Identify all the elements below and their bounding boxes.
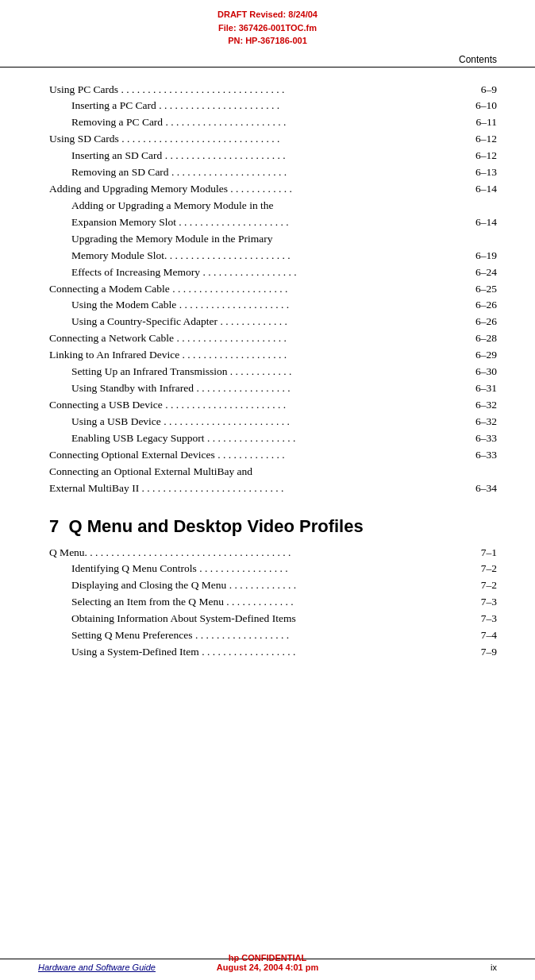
toc-row: Obtaining Information About System-Defin…	[49, 611, 497, 627]
chapter7-title: Q Menu and Desktop Video Profiles	[68, 516, 363, 536]
toc-row: Using a USB Device . . . . . . . . . . .…	[49, 414, 497, 430]
toc-row: Connecting an Optional External MultiBay…	[49, 464, 497, 480]
contents-label: Contents	[459, 54, 497, 65]
toc-row: Using PC Cards . . . . . . . . . . . . .…	[49, 82, 497, 98]
toc-row: Q Menu. . . . . . . . . . . . . . . . . …	[49, 545, 497, 561]
footer-page-number: ix	[491, 963, 497, 972]
toc-row: Inserting a PC Card . . . . . . . . . . …	[49, 98, 497, 114]
toc-row: Displaying and Closing the Q Menu . . . …	[49, 577, 497, 594]
toc-row: Using the Modem Cable . . . . . . . . . …	[49, 297, 497, 314]
toc-row: Using a Country-Specific Adapter . . . .…	[49, 314, 497, 330]
toc-row: Removing a PC Card . . . . . . . . . . .…	[49, 114, 497, 131]
toc-row: Enabling USB Legacy Support . . . . . . …	[49, 430, 497, 447]
toc-row: Inserting an SD Card . . . . . . . . . .…	[49, 148, 497, 164]
page: DRAFT Revised: 8/24/04 File: 367426-001T…	[0, 0, 535, 980]
toc-row: Connecting a Network Cable . . . . . . .…	[49, 330, 497, 347]
toc-row: Connecting a Modem Cable . . . . . . . .…	[49, 281, 497, 298]
toc-row: Removing an SD Card . . . . . . . . . . …	[49, 164, 497, 181]
toc-section-ch6: Using PC Cards . . . . . . . . . . . . .…	[49, 82, 497, 497]
toc-row: Using Standby with Infrared . . . . . . …	[49, 380, 497, 397]
header: DRAFT Revised: 8/24/04 File: 367426-001T…	[0, 0, 535, 51]
toc-row: Setting Up an Infrared Transmission . . …	[49, 364, 497, 380]
toc-row: Setting Q Menu Preferences . . . . . . .…	[49, 627, 497, 644]
toc-row: Connecting a USB Device . . . . . . . . …	[49, 397, 497, 414]
footer-confidential-line2: August 24, 2004 4:01 pm	[217, 963, 318, 972]
toc-row: Selecting an Item from the Q Menu . . . …	[49, 594, 497, 611]
toc-row: Upgrading the Memory Module in the Prima…	[49, 231, 497, 248]
toc-row: Identifying Q Menu Controls . . . . . . …	[49, 561, 497, 577]
footer-center: hp CONFIDENTIAL August 24, 2004 4:01 pm	[217, 953, 318, 972]
chapter7-number: 7	[49, 516, 59, 536]
toc-row: Using SD Cards . . . . . . . . . . . . .…	[49, 131, 497, 148]
toc-row: Linking to An Infrared Device . . . . . …	[49, 347, 497, 364]
chapter7-heading: 7 Q Menu and Desktop Video Profiles	[49, 516, 497, 537]
toc-row: Adding or Upgrading a Memory Module in t…	[49, 198, 497, 214]
footer-left-text: Hardware and Software Guide	[38, 963, 156, 972]
content-area: Using PC Cards . . . . . . . . . . . . .…	[0, 74, 535, 662]
toc-row: External MultiBay II . . . . . . . . . .…	[49, 480, 497, 497]
toc-row: Adding and Upgrading Memory Modules . . …	[49, 181, 497, 198]
header-line1: DRAFT Revised: 8/24/04 File: 367426-001T…	[0, 8, 535, 48]
toc-row: Connecting Optional External Devices . .…	[49, 447, 497, 464]
toc-row: Using a System-Defined Item . . . . . . …	[49, 644, 497, 661]
toc-row: Expansion Memory Slot . . . . . . . . . …	[49, 214, 497, 231]
toc-row: Effects of Increasing Memory . . . . . .…	[49, 264, 497, 281]
footer-confidential-line1: hp CONFIDENTIAL	[217, 953, 318, 963]
contents-label-row: Contents	[0, 51, 535, 68]
toc-section-ch7: Q Menu. . . . . . . . . . . . . . . . . …	[49, 545, 497, 661]
toc-row: Memory Module Slot. . . . . . . . . . . …	[49, 248, 497, 264]
